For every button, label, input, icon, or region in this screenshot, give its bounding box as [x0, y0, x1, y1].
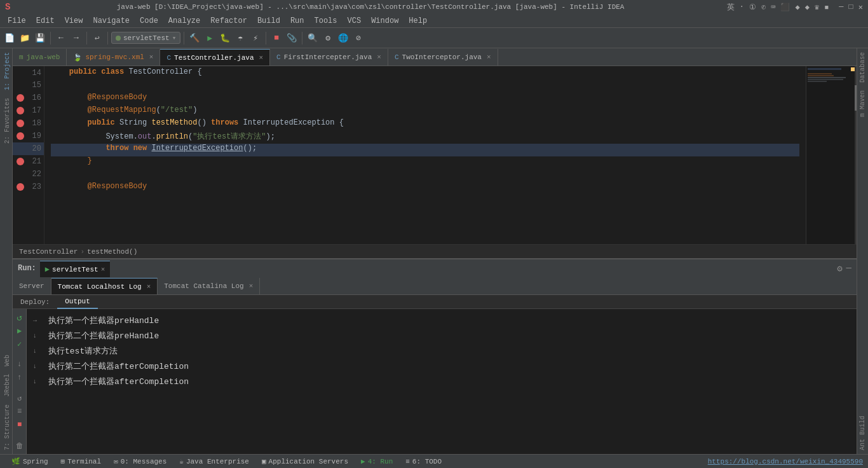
run-tab-localhost-log[interactable]: Tomcat Localhost Log × [51, 278, 158, 294]
breakpoint-21[interactable] [17, 158, 24, 165]
tab-two-interceptor[interactable]: C TwoInterceptor.java × [388, 49, 498, 65]
toolbar-run[interactable]: ▶ [203, 31, 217, 45]
status-messages[interactable]: ✉ 0: Messages [107, 455, 173, 469]
sidebar-database[interactable]: Database [858, 48, 867, 86]
toolbar-settings2[interactable]: ⚙ [321, 31, 335, 45]
menu-analyze[interactable]: Analyze [163, 15, 205, 27]
toolbar-build[interactable]: 🔨 [187, 31, 201, 45]
toolbar-new[interactable]: 📄 [3, 31, 17, 45]
breakpoint-23[interactable] [17, 183, 24, 191]
run-config-dropdown[interactable]: ▾ [172, 34, 177, 42]
status-run[interactable]: ▶ 4: Run [355, 455, 399, 469]
sidebar-project[interactable]: 1: Project [0, 48, 12, 94]
sub-tab-output[interactable]: Output [57, 295, 98, 309]
sidebar-favorites[interactable]: 2: Favorites [0, 94, 12, 148]
toolbar-browser[interactable]: 🌐 [336, 31, 350, 45]
output-line-3: ↓ 执行test请求方法 [33, 345, 850, 359]
toolbar-help2[interactable]: ⊘ [351, 31, 365, 45]
toolbar-search[interactable]: 🔍 [306, 31, 320, 45]
run-refresh-btn[interactable]: ↺ [14, 392, 25, 404]
output-icon-2: ↓ [33, 329, 43, 343]
toolbar-attach[interactable]: 📎 [285, 31, 299, 45]
scrollbar-thumb[interactable] [855, 85, 857, 111]
phone-icon[interactable]: ✆ [761, 3, 766, 12]
menu-refactor[interactable]: Refactor [205, 15, 252, 27]
menu-vcs[interactable]: VCS [342, 15, 367, 27]
lang-switch[interactable]: 英 [727, 2, 735, 13]
toolbar-debug[interactable]: 🐛 [218, 31, 232, 45]
status-bar-right[interactable]: https://blog.csdn.net/weixin_43495590 [708, 458, 863, 465]
run-tab-catalina-close[interactable]: × [249, 282, 254, 290]
sidebar-jrebel[interactable]: JRebel [0, 370, 12, 401]
breakpoint-18[interactable] [17, 120, 24, 127]
run-arrow-down[interactable]: ↓ [14, 359, 25, 370]
toolbar-profile[interactable]: ⚡ [248, 31, 262, 45]
run-restart-btn[interactable]: ↺ [14, 312, 25, 323]
run-check-btn[interactable]: ✓ [14, 338, 25, 350]
toolbar-coverage[interactable]: ☂ [233, 31, 247, 45]
toolbar-undo[interactable]: ↩ [90, 31, 104, 45]
tab-close-first-intercepter[interactable]: × [377, 53, 381, 61]
toolbar-forward[interactable]: → [69, 31, 83, 45]
output-text-1: 执行第一个拦截器preHandle [48, 314, 159, 328]
minimize-btn[interactable]: ─ [839, 3, 843, 11]
run-resume-btn[interactable]: ▶ [14, 325, 25, 336]
sidebar-maven[interactable]: m Maven [858, 86, 867, 121]
tab-close-spring-mvc[interactable]: × [149, 53, 154, 61]
status-java-enterprise[interactable]: ☕ Java Enterprise [173, 455, 255, 469]
run-arrow-up[interactable]: ↑ [14, 372, 25, 383]
menu-window[interactable]: Window [366, 15, 403, 27]
more-icon[interactable]: ◾ [824, 3, 829, 12]
crown-icon[interactable]: ♛ [815, 3, 819, 12]
breakpoint-19[interactable] [17, 132, 24, 140]
menu-file[interactable]: File [3, 15, 31, 27]
menu-view[interactable]: View [60, 15, 88, 27]
toolbar-save[interactable]: 💾 [33, 31, 47, 45]
run-tab-servlettest-close[interactable]: × [101, 266, 105, 273]
tab-close-test-controller[interactable]: × [259, 54, 263, 62]
update-icon[interactable]: ◆ [805, 3, 810, 12]
keyboard-icon[interactable]: ⌨ [771, 3, 775, 12]
tab-test-controller[interactable]: C TestController.java × [160, 49, 270, 65]
menu-help[interactable]: Help [403, 15, 432, 27]
run-config-selector[interactable]: servletTest ▾ [111, 32, 180, 44]
status-terminal[interactable]: ⊞ Terminal [55, 455, 107, 469]
sidebar-web[interactable]: Web [0, 351, 12, 370]
breakpoint-17[interactable] [17, 107, 24, 114]
settings-icon[interactable]: ◆ [795, 3, 799, 12]
run-tab-servlettest[interactable]: ▶ servletTest × [40, 261, 110, 277]
toolbar-sep3 [107, 32, 108, 45]
status-spring[interactable]: 🌿 Spring [5, 455, 55, 469]
run-tab-localhost-close[interactable]: × [147, 283, 151, 291]
status-todo[interactable]: ≡ 6: TODO [399, 455, 448, 469]
toolbar-stop[interactable]: ■ [269, 31, 283, 45]
notification-icon[interactable]: ① [749, 3, 756, 12]
menu-build[interactable]: Build [252, 15, 285, 27]
sidebar-structure[interactable]: 7: Structure [0, 401, 12, 454]
sidebar-ant[interactable]: Ant Build [858, 412, 867, 454]
run-tab-catalina-log[interactable]: Tomcat Catalina Log × [158, 278, 260, 294]
tab-first-intercepter[interactable]: C FirstIntercepter.java × [270, 49, 388, 65]
maximize-btn[interactable]: □ [849, 3, 853, 11]
toolbar-open[interactable]: 📁 [18, 31, 32, 45]
run-fold-btn[interactable]: ≡ [14, 406, 25, 417]
tab-java-web[interactable]: m java-web [13, 49, 67, 65]
run-settings-btn[interactable]: ⚙ [837, 263, 842, 274]
breakpoint-16[interactable] [17, 94, 24, 102]
tab-spring-mvc[interactable]: 🍃 spring-mvc.xml × [67, 49, 160, 65]
menu-run[interactable]: Run [285, 15, 309, 27]
layout-icon[interactable]: ⬛ [780, 3, 790, 12]
tab-close-two-interceptor[interactable]: × [487, 53, 491, 61]
run-close-btn[interactable]: ─ [846, 263, 851, 273]
menu-code[interactable]: Code [135, 15, 163, 27]
menu-edit[interactable]: Edit [31, 15, 60, 27]
menu-navigate[interactable]: Navigate [88, 15, 135, 27]
close-btn[interactable]: ✕ [858, 3, 863, 12]
run-trash-btn[interactable]: 🗑 [14, 440, 25, 451]
menu-tools[interactable]: Tools [309, 15, 342, 27]
run-stop-btn[interactable]: ■ [14, 419, 25, 430]
sub-tab-deploy[interactable]: Deploy: [13, 295, 57, 309]
status-app-servers[interactable]: ▣ Application Servers [255, 455, 355, 469]
toolbar-back[interactable]: ← [54, 31, 68, 45]
run-tab-server[interactable]: Server [13, 278, 51, 294]
